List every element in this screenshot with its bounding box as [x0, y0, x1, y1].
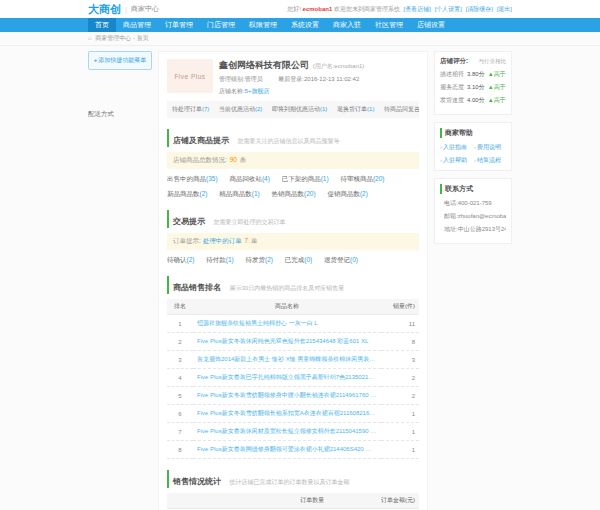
contact-title: 联系方式: [440, 184, 506, 194]
add-quick-menu-label: 添加快捷功能菜单: [98, 57, 146, 63]
view-store-link[interactable]: [查看店铺]: [404, 6, 431, 12]
level-label: 管理级别:: [219, 76, 245, 82]
goods-link[interactable]: 恒源祥旗舰条纹短袖男士纯棉舒心 一灰一白 L: [193, 315, 381, 333]
contact-address: ·地址:中山公路2913号2402室: [440, 225, 506, 234]
level-value: 管理员: [245, 76, 263, 82]
help-link-guide[interactable]: ›入驻指南: [440, 143, 472, 152]
goods-link[interactable]: Five Plus新女春装巳字扎纯棉韩版立领黑子裹塑针织7色2135021140…: [193, 369, 381, 387]
qty-cell: 8: [381, 333, 419, 351]
app-subtitle: 商家中心: [131, 4, 159, 14]
nav-item-system[interactable]: 系统设置: [284, 18, 326, 32]
caret-icon: ›: [474, 144, 476, 150]
goods-link[interactable]: Five Plus新女冬装休闲纯色亮双色短外套215434648 彩蓝601 X…: [193, 333, 381, 351]
username: ecmoban1: [303, 6, 333, 12]
to-ship-stat[interactable]: 待发货(2): [246, 256, 273, 263]
goods-link[interactable]: Five Plus新女冬装雪纺翻领修身中腰小翻长袖连衣裙2114961760 宝…: [193, 387, 381, 405]
contact-card: 联系方式 ·电话:400-021-759 ·邮箱:zhuofan@ecmoban…: [434, 178, 512, 244]
goods-total-count: 90: [230, 156, 237, 163]
goods-link[interactable]: Five Plus新女春装休闲材质宽松长短立领修女棉外套2115041590 雪…: [193, 423, 381, 441]
store-name-label: 店铺名称:: [219, 88, 245, 94]
hot-goods-stat[interactable]: 热销商品数(20): [272, 190, 316, 197]
qty-cell: 3: [381, 351, 419, 369]
trade-section-title: 交易提示: [173, 217, 205, 226]
table-row: 4 Five Plus新女春装巳字扎纯棉韩版立领黑子裹塑针织7色21350211…: [167, 369, 419, 387]
add-quick-menu-button[interactable]: +添加快捷功能菜单: [88, 51, 152, 70]
sales-section-title: 销售情况统计: [173, 477, 221, 486]
personal-settings-link[interactable]: [个人设置]: [435, 6, 462, 12]
logout-link[interactable]: [退出]: [497, 6, 512, 12]
best-goods-stat[interactable]: 精品商品数(1): [219, 190, 259, 197]
nav-item-goods[interactable]: 商品管理: [116, 18, 158, 32]
company-name: 鑫创网络科技有限公司: [219, 60, 309, 70]
qty-cell: 2: [381, 369, 419, 387]
off-shelf-goods-stat[interactable]: 已下架的商品(1): [282, 175, 329, 182]
logo-divider: |: [125, 5, 127, 14]
sales-section-header: 销售情况统计 统计店铺已完成订单的订单数量以及订单金额: [167, 470, 419, 488]
completed-stat[interactable]: 已完成(0): [285, 256, 312, 263]
caret-icon: ›: [474, 157, 476, 163]
top-header: 大商创 | 商家中心 您好! ecmoban1 欢迎您来到商家管理系统 [查看店…: [0, 0, 600, 18]
caret-icon: ›: [440, 157, 442, 163]
main-nav: 首页 商品管理 订单管理 门店管理 权限管理 系统设置 商家入驻 社区管理 店铺…: [0, 18, 600, 32]
processing-orders-link[interactable]: 处理中的订单: [203, 237, 242, 244]
to-pay-stat[interactable]: 待付款(1): [206, 256, 233, 263]
nav-item-orders[interactable]: 订单管理: [158, 18, 200, 32]
goods-stats-row-1: 出售中的商品(35) 商品回收站(4) 已下架的商品(1) 待审核商品(20): [167, 175, 419, 184]
goods-stats-row-2: 新品商品数(2) 精品商品数(1) 热销商品数(20) 促销商品数(2): [167, 190, 419, 199]
goods-link[interactable]: Five Plus新女冬装雪纺翻领长袖系扣宽A衣连衣裙百褶2116082160 …: [193, 405, 381, 423]
sales-ranking-table: 排名 商品名称 销量(件) 1 恒源祥旗舰条纹短袖男士纯棉舒心 一灰一白 L 1…: [167, 299, 419, 459]
contact-email: ·邮箱:zhuofan@ecmoban.com: [440, 212, 506, 221]
right-sidebar: 店铺评分: 与行业相比 描述相符 3.80分 ▲ 高于 服务态度 3.10分 ▲…: [434, 51, 512, 251]
rank-cell: 5: [167, 387, 193, 405]
greeting-prefix: 您好!: [287, 6, 301, 12]
pending-replies-stat[interactable]: 待商品回复咨询(2): [384, 106, 419, 112]
bullet-icon: ·: [440, 200, 442, 206]
return-register-stat[interactable]: 退货登记(0): [324, 256, 358, 263]
help-link-settlement[interactable]: ›结算流程: [474, 156, 506, 165]
qty-cell: 2: [381, 387, 419, 405]
nav-item-merchant-join[interactable]: 商家入驻: [326, 18, 368, 32]
new-goods-stat[interactable]: 新品商品数(2): [167, 190, 207, 197]
goods-link[interactable]: Five Plus新女春装网缝修身翻领可爱涂衣裙小礼裙214406S420 橙红…: [193, 441, 381, 459]
table-row: 7 Five Plus新女春装休闲材质宽松长短立领修女棉外套2115041590…: [167, 423, 419, 441]
goods-section-subtitle: 您需要关注的店铺信息以及商品预警等: [237, 138, 339, 144]
to-confirm-stat[interactable]: 待确认(2): [167, 256, 194, 263]
merchant-help-card: 商家帮助 ›入驻指南 ›费用说明 ›入驻帮助 ›结算流程: [434, 122, 512, 171]
nav-item-privileges[interactable]: 权限管理: [242, 18, 284, 32]
help-link-fees[interactable]: ›费用说明: [474, 143, 506, 152]
rank-cell: 7: [167, 423, 193, 441]
rank-cell: 6: [167, 405, 193, 423]
goods-section-header: 店铺及商品提示 您需要关注的店铺信息以及商品预警等: [167, 129, 419, 147]
nav-item-home[interactable]: 首页: [88, 18, 116, 32]
on-sale-goods-stat[interactable]: 出售中的商品(35): [167, 175, 218, 182]
bullet-icon: ·: [440, 213, 442, 219]
clear-cache-link[interactable]: [清除缓存]: [466, 6, 493, 12]
store-name-link[interactable]: 5+旗舰店: [245, 88, 270, 94]
table-row: 5 Five Plus新女冬装雪纺翻领修身中腰小翻长袖连衣裙2114961760…: [167, 387, 419, 405]
sales-stats-table: 订单数量 订单金额(元) 普通订单 2 200.00 销售总计 2 200.00: [167, 493, 419, 510]
table-row: 3 首龙服饰2014新款上衣男士 恤衫 X恤 男童蝴蝶领条纹棉休闲男装 X恤 浅…: [167, 351, 419, 369]
nav-item-community[interactable]: 社区管理: [368, 18, 410, 32]
order-amount-column-header: 订单金额(元): [328, 493, 419, 509]
nav-item-stores[interactable]: 门店管理: [200, 18, 242, 32]
pending-review-goods-stat[interactable]: 待审核商品(20): [340, 175, 384, 182]
expiring-promotions-stat[interactable]: 即将到期优惠活动(1): [272, 106, 327, 112]
breadcrumb: 商家管理中心 - 首页: [95, 35, 148, 41]
recycle-bin-goods-stat[interactable]: 商品回收站(4): [229, 175, 269, 182]
trade-section-subtitle: 您需要立即处理的交易订单: [213, 219, 285, 225]
nav-item-shop-settings[interactable]: 店铺设置: [410, 18, 452, 32]
current-promotions-stat[interactable]: 当前优惠活动(2): [219, 106, 262, 112]
store-rating-card: 店铺评分: 与行业相比 描述相符 3.80分 ▲ 高于 服务态度 3.10分 ▲…: [434, 51, 512, 115]
pending-orders-stat[interactable]: 待处理订单(7): [172, 106, 209, 112]
promo-goods-stat[interactable]: 促销商品数(2): [327, 190, 367, 197]
rating-row-description: 描述相符 3.80分 ▲ 高于: [440, 70, 506, 79]
return-orders-stat[interactable]: 退换货订单(1): [337, 106, 374, 112]
qty-cell: 1: [381, 405, 419, 423]
table-row: 2 Five Plus新女冬装休闲纯色亮双色短外套215434648 彩蓝601…: [167, 333, 419, 351]
greeting-suffix: 欢迎您来到商家管理系统: [334, 6, 400, 12]
table-row: 1 恒源祥旗舰条纹短袖男士纯棉舒心 一灰一白 L 11: [167, 315, 419, 333]
help-link-join[interactable]: ›入驻帮助: [440, 156, 472, 165]
trade-stats-row: 待确认(2) 待付款(1) 待发货(2) 已完成(0) 退货登记(0): [167, 256, 419, 265]
goods-link[interactable]: 首龙服饰2014新款上衣男士 恤衫 X恤 男童蝴蝶领条纹棉休闲男装 X恤 浅蓝男…: [193, 351, 381, 369]
sidebar-item-shipping[interactable]: 配送方式: [88, 110, 152, 119]
